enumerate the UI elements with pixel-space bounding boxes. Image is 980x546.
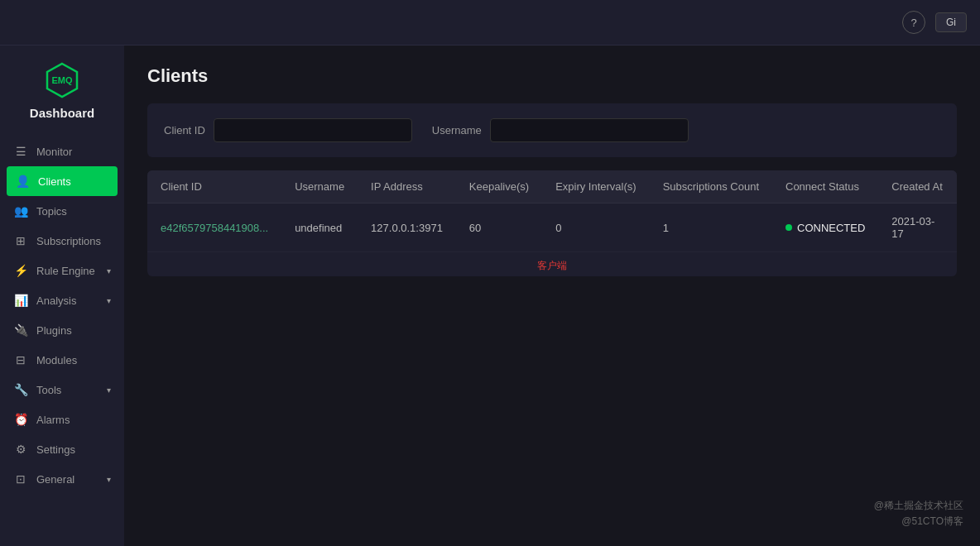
sidebar-item-clients[interactable]: 👤 Clients xyxy=(7,166,118,196)
col-created-at: Created At xyxy=(878,170,957,204)
status-text: CONNECTED xyxy=(797,222,865,234)
clients-icon: 👤 xyxy=(15,175,30,188)
monitor-icon: ☰ xyxy=(13,145,28,158)
sidebar-item-label: Subscriptions xyxy=(36,235,101,247)
rule-engine-icon: ⚡ xyxy=(13,264,28,277)
sidebar-item-plugins[interactable]: 🔌 Plugins xyxy=(0,315,124,345)
tools-icon: 🔧 xyxy=(13,383,28,396)
filter-bar: Client ID Username xyxy=(147,103,957,157)
chevron-down-icon: ▾ xyxy=(107,266,111,275)
plugins-icon: 🔌 xyxy=(13,323,28,337)
top-header: ? Gi xyxy=(0,0,980,46)
clients-table-container: Client ID Username IP Address Keepalive(… xyxy=(147,170,957,276)
client-id-cell[interactable]: e42f6579758441908... xyxy=(147,204,281,252)
alarms-icon: ⏰ xyxy=(13,413,28,426)
github-button[interactable]: Gi xyxy=(935,12,967,32)
general-icon: ⊡ xyxy=(13,472,28,486)
chevron-down-icon: ▾ xyxy=(107,386,111,395)
col-ip-address: IP Address xyxy=(358,170,456,204)
client-id-label: Client ID xyxy=(164,124,205,136)
brand-section: EMQ Dashboard xyxy=(0,52,124,136)
sidebar-item-label: Alarms xyxy=(36,414,70,426)
sidebar-item-analysis[interactable]: 📊 Analysis ▾ xyxy=(0,285,124,315)
col-expiry-interval: Expiry Interval(s) xyxy=(542,170,650,204)
brand-name: Dashboard xyxy=(13,106,111,120)
col-keepalive: Keepalive(s) xyxy=(456,170,542,204)
sidebar-item-rule-engine[interactable]: ⚡ Rule Engine ▾ xyxy=(0,256,124,285)
chevron-down-icon: ▾ xyxy=(107,296,111,305)
ip-address-cell: 127.0.0.1:3971 xyxy=(358,204,456,252)
col-subscriptions-count: Subscriptions Count xyxy=(650,170,772,204)
sidebar-item-label: Clients xyxy=(38,175,71,188)
client-id-filter-group: Client ID xyxy=(164,118,412,142)
table-row: e42f6579758441908...undefined127.0.0.1:3… xyxy=(147,204,957,252)
sidebar-item-label: Topics xyxy=(36,205,67,218)
topics-icon: 👥 xyxy=(13,204,28,218)
sidebar-item-settings[interactable]: ⚙ Settings xyxy=(0,434,124,464)
created-at-cell: 2021-03-17 xyxy=(878,204,957,252)
col-client-id: Client ID xyxy=(147,170,281,204)
col-connect-status: Connect Status xyxy=(772,170,878,204)
sidebar-item-modules[interactable]: ⊟ Modules xyxy=(0,345,124,375)
username-input[interactable] xyxy=(490,118,689,142)
col-username: Username xyxy=(281,170,358,204)
connect-status-cell: CONNECTED xyxy=(772,204,878,252)
connect-status-wrapper: CONNECTED xyxy=(785,222,865,234)
client-tooltip: 客户端 xyxy=(147,252,957,276)
sidebar-item-general[interactable]: ⊡ General ▾ xyxy=(0,464,124,494)
username-cell: undefined xyxy=(281,204,358,252)
watermark-line2: @51CTO博客 xyxy=(874,514,963,529)
sidebar-item-label: Modules xyxy=(36,354,77,366)
sidebar-item-monitor[interactable]: ☰ Monitor xyxy=(0,136,124,166)
sidebar-item-topics[interactable]: 👥 Topics xyxy=(0,196,124,226)
sidebar-item-alarms[interactable]: ⏰ Alarms xyxy=(0,405,124,434)
watermark: @稀土掘金技术社区 @51CTO博客 xyxy=(874,498,963,529)
header-actions: ? Gi xyxy=(902,11,967,34)
page-title: Clients xyxy=(147,65,957,87)
status-dot-icon xyxy=(785,224,792,231)
main-layout: EMQ Dashboard ☰ Monitor 👤 Clients 👥 Topi… xyxy=(0,46,980,546)
watermark-line1: @稀土掘金技术社区 xyxy=(874,498,963,514)
modules-icon: ⊟ xyxy=(13,353,28,366)
sidebar: EMQ Dashboard ☰ Monitor 👤 Clients 👥 Topi… xyxy=(0,46,124,546)
sidebar-item-label: Plugins xyxy=(36,324,72,337)
table-header-row: Client ID Username IP Address Keepalive(… xyxy=(147,170,957,204)
sidebar-item-label: General xyxy=(36,473,74,486)
sidebar-item-label: Monitor xyxy=(36,146,72,158)
sidebar-item-label: Analysis xyxy=(36,295,76,307)
clients-table: Client ID Username IP Address Keepalive(… xyxy=(147,170,957,252)
main-content: Clients Client ID Username Client ID Use… xyxy=(124,46,980,546)
sidebar-item-subscriptions[interactable]: ⊞ Subscriptions xyxy=(0,226,124,256)
chevron-down-icon: ▾ xyxy=(107,475,111,484)
username-label: Username xyxy=(432,124,482,136)
analysis-icon: 📊 xyxy=(13,294,28,307)
settings-icon: ⚙ xyxy=(13,443,28,456)
emq-logo: EMQ xyxy=(42,60,82,100)
sidebar-item-label: Settings xyxy=(36,443,75,456)
subscriptions-icon: ⊞ xyxy=(13,234,28,247)
sidebar-item-tools[interactable]: 🔧 Tools ▾ xyxy=(0,375,124,405)
keepalive-cell: 60 xyxy=(456,204,542,252)
username-filter-group: Username xyxy=(432,118,689,142)
sidebar-item-label: Rule Engine xyxy=(36,265,95,277)
client-id-input[interactable] xyxy=(214,118,412,142)
subscriptions-count-cell: 1 xyxy=(650,204,772,252)
expiry-interval-cell: 0 xyxy=(542,204,650,252)
svg-text:EMQ: EMQ xyxy=(51,75,73,85)
sidebar-item-label: Tools xyxy=(36,384,61,396)
help-button[interactable]: ? xyxy=(902,11,925,34)
